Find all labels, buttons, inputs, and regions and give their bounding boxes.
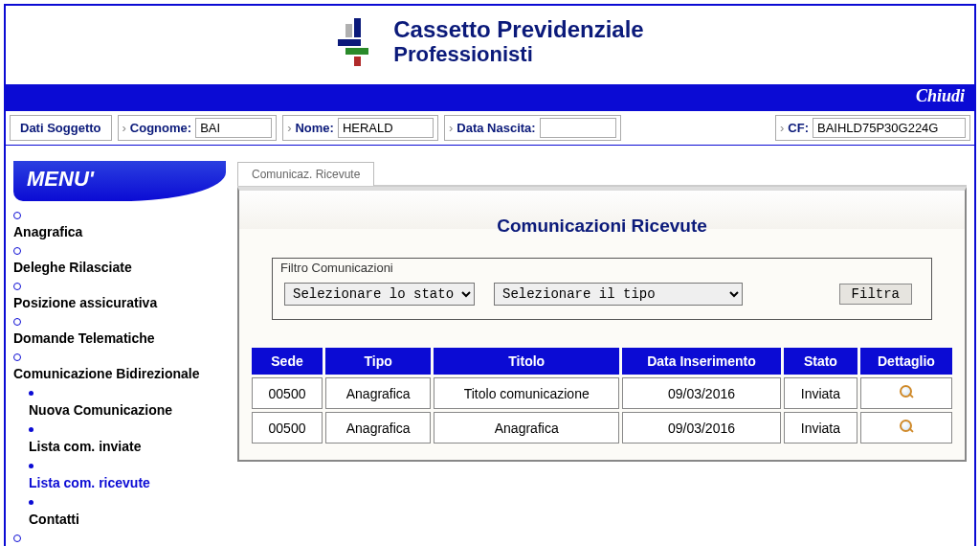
menu-item-posizione[interactable]: Posizione assicurativa	[13, 278, 226, 313]
menu-item-anagrafica[interactable]: Anagrafica	[13, 207, 226, 242]
app-title-line1: Cassetto Previdenziale	[393, 17, 643, 42]
nome-input[interactable]	[338, 118, 434, 138]
cf-label: CF:	[788, 121, 809, 135]
cognome-input[interactable]	[195, 118, 272, 138]
cf-input[interactable]	[813, 118, 966, 138]
cognome-field-group: › Cognome:	[118, 115, 278, 141]
magnifier-icon[interactable]	[899, 419, 914, 434]
chevron-right-icon: ›	[449, 121, 453, 135]
content-panel: Comunicazioni Ricevute Filtro Comunicazi…	[237, 187, 967, 462]
svg-rect-1	[354, 18, 361, 37]
cell-stato: Inviata	[784, 377, 858, 409]
svg-rect-4	[354, 57, 361, 66]
sidebar-menu: MENU' Anagrafica Deleghe Rilasciate Posi…	[13, 161, 226, 546]
magnifier-icon[interactable]	[899, 384, 914, 399]
dati-soggetto-bar: Dati Soggetto › Cognome: › Nome: › Data …	[6, 110, 974, 146]
filter-button[interactable]: Filtra	[839, 284, 912, 305]
cell-sede: 00500	[252, 377, 323, 409]
table-row: 00500 Anagrafica Anagrafica 09/03/2016 I…	[252, 412, 952, 444]
panel-title: Comunicazioni Ricevute	[249, 198, 955, 258]
th-stato: Stato	[784, 348, 858, 375]
th-titolo: Titolo	[434, 348, 619, 375]
submenu-item-nuova[interactable]: Nuova Comunicazione	[13, 384, 226, 421]
filter-box: Filtro Comunicazioni Selezionare lo stat…	[272, 258, 932, 320]
close-bar: Chiudi	[6, 84, 974, 110]
app-title-line2: Professionisti	[393, 42, 643, 67]
filter-legend: Filtro Comunicazioni	[273, 257, 931, 275]
cognome-label: Cognome:	[130, 121, 191, 135]
th-dettaglio: Dettaglio	[860, 348, 952, 375]
data-nascita-field-group: › Data Nascita:	[444, 115, 621, 141]
app-frame: Cassetto Previdenziale Professionisti Ch…	[4, 4, 976, 546]
th-sede: Sede	[252, 348, 323, 375]
cell-titolo: Anagrafica	[434, 412, 619, 444]
cell-data: 09/03/2016	[622, 377, 781, 409]
svg-rect-3	[345, 48, 368, 55]
cell-dettaglio	[860, 377, 952, 409]
tab-comunicazioni-ricevute[interactable]: Comunicaz. Ricevute	[237, 162, 374, 186]
chevron-right-icon: ›	[780, 121, 784, 135]
dati-soggetto-title: Dati Soggetto	[10, 115, 112, 141]
menu-item-domande[interactable]: Domande Telematiche	[13, 313, 226, 349]
data-nascita-input[interactable]	[540, 118, 616, 138]
comunicazioni-table: Sede Tipo Titolo Data Inserimento Stato …	[249, 345, 955, 446]
cell-stato: Inviata	[784, 412, 858, 444]
cell-sede: 00500	[252, 412, 323, 444]
menu-header: MENU'	[13, 161, 226, 201]
cell-tipo: Anagrafica	[325, 377, 431, 409]
tab-strip: Comunicaz. Ricevute	[237, 161, 967, 187]
cell-tipo: Anagrafica	[325, 412, 431, 444]
menu-item-ruoli[interactable]: Ruoli	[13, 530, 226, 546]
data-nascita-label: Data Nascita:	[457, 121, 535, 135]
th-data: Data Inserimento	[622, 348, 781, 375]
filter-tipo-select[interactable]: Selezionare il tipo	[494, 283, 743, 306]
cf-field-group: › CF:	[775, 115, 970, 141]
app-logo-icon	[336, 18, 384, 66]
chevron-right-icon: ›	[287, 121, 291, 135]
table-row: 00500 Anagrafica Titolo comunicazione 09…	[252, 377, 952, 409]
submenu-item-inviate[interactable]: Lista com. inviate	[13, 421, 226, 457]
cell-dettaglio	[860, 412, 952, 444]
nome-field-group: › Nome:	[282, 115, 438, 141]
cell-titolo: Titolo comunicazione	[434, 377, 619, 409]
th-tipo: Tipo	[325, 348, 431, 375]
app-header: Cassetto Previdenziale Professionisti	[6, 6, 974, 84]
menu-item-deleghe[interactable]: Deleghe Rilasciate	[13, 242, 226, 278]
svg-rect-0	[345, 24, 352, 37]
cell-data: 09/03/2016	[622, 412, 781, 444]
submenu-item-contatti[interactable]: Contatti	[13, 493, 226, 530]
filter-stato-select[interactable]: Selezionare lo stato	[284, 283, 475, 306]
submenu-item-ricevute[interactable]: Lista com. ricevute	[13, 457, 226, 493]
nome-label: Nome:	[295, 121, 333, 135]
close-link[interactable]: Chiudi	[916, 86, 965, 105]
svg-rect-2	[338, 39, 361, 46]
chevron-right-icon: ›	[122, 121, 126, 135]
menu-item-comunicazione[interactable]: Comunicazione Bidirezionale	[13, 349, 226, 384]
